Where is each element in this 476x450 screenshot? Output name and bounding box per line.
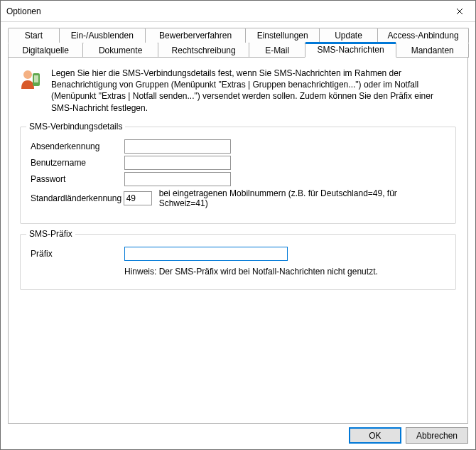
ok-button[interactable]: OK	[349, 427, 401, 444]
text-praefix-hint: Hinweis: Der SMS-Präfix wird bei Notfall…	[124, 267, 445, 277]
cancel-button[interactable]: Abbrechen	[406, 427, 468, 444]
svg-point-0	[23, 70, 32, 79]
tab-update[interactable]: Update	[319, 28, 378, 43]
title-bar: Optionen	[1, 1, 475, 22]
input-benutzername[interactable]	[124, 156, 231, 170]
tab-row-2: Digitalquelle Dokumente Rechtschreibung …	[8, 43, 468, 58]
group-sms-praefix: SMS-Präfix Präfix Hinweis: Der SMS-Präfi…	[20, 234, 456, 290]
content-area: Start Ein-/Ausblenden Bewerberverfahren …	[1, 22, 475, 449]
label-laenderkennung: Standardländerkennung	[31, 193, 124, 203]
tab-einausblenden[interactable]: Ein-/Ausblenden	[59, 28, 146, 43]
intro-row: Legen Sie hier die SMS-Verbindungsdetail…	[20, 68, 456, 114]
tab-rechtschreibung[interactable]: Rechtschreibung	[158, 43, 250, 58]
tab-row-1: Start Ein-/Ausblenden Bewerberverfahren …	[8, 28, 468, 43]
input-praefix[interactable]	[124, 247, 288, 261]
label-absenderkennung: Absenderkennung	[31, 141, 124, 151]
group-sms-verbindungsdetails: SMS-Verbindungsdetails Absenderkennung B…	[20, 127, 456, 224]
tab-bewerberverfahren[interactable]: Bewerberverfahren	[145, 28, 247, 43]
group-title-prefix: SMS-Präfix	[26, 229, 75, 239]
input-passwort[interactable]	[124, 172, 231, 186]
group-title-conn: SMS-Verbindungsdetails	[26, 122, 125, 132]
input-laenderkennung[interactable]	[124, 191, 152, 205]
intro-text: Legen Sie hier die SMS-Verbindungsdetail…	[51, 68, 456, 114]
label-benutzername: Benutzername	[31, 158, 124, 168]
tab-panel: Legen Sie hier die SMS-Verbindungsdetail…	[8, 57, 468, 424]
label-praefix: Präfix	[31, 249, 124, 259]
tab-einstellungen[interactable]: Einstellungen	[245, 28, 319, 43]
tab-digitalquelle[interactable]: Digitalquelle	[8, 43, 83, 58]
svg-rect-2	[34, 75, 38, 82]
tab-start[interactable]: Start	[8, 28, 60, 43]
label-passwort: Passwort	[31, 174, 124, 184]
input-absenderkennung[interactable]	[124, 139, 231, 154]
dialog-footer: OK Abbrechen	[349, 427, 468, 444]
tab-dokumente[interactable]: Dokumente	[82, 43, 158, 58]
close-button[interactable]	[443, 1, 475, 21]
tab-sms-nachrichten[interactable]: SMS-Nachrichten	[305, 43, 397, 58]
sms-user-icon	[20, 68, 43, 90]
text-laenderkennung-hint: bei eingetragenen Mobilnummern (z.B. für…	[159, 188, 445, 208]
tab-email[interactable]: E-Mail	[249, 43, 305, 58]
window-title: Optionen	[1, 6, 443, 16]
tab-access-anbindung[interactable]: Access-Anbindung	[377, 28, 469, 43]
tab-mandanten[interactable]: Mandanten	[396, 43, 469, 58]
